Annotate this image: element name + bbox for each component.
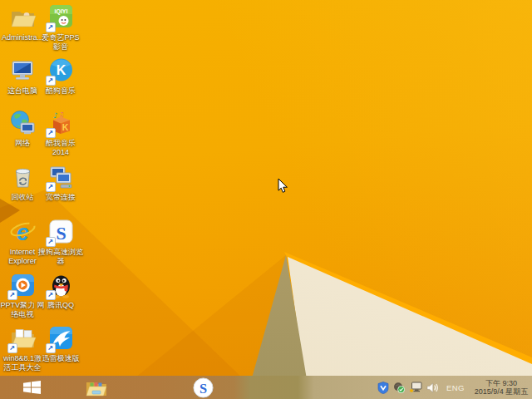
icon-label: 宽带连接 (46, 193, 76, 202)
icon-label: 搜狗高速浏览器 (38, 248, 83, 265)
icon-label: 爱奇艺PPS 影音 (38, 33, 83, 51)
language-indicator[interactable]: ENG (446, 383, 465, 392)
recycle-bin-icon (9, 164, 37, 191)
icon-label: 腾讯QQ (47, 301, 74, 310)
desktop-icon-tencent-qq[interactable]: ↗ 腾讯QQ (38, 272, 83, 310)
internet-explorer-icon: e (9, 219, 37, 246)
security-shield-icon[interactable] (377, 382, 389, 394)
icon-label: 网络 (15, 139, 30, 148)
shortcut-arrow-icon: ↗ (46, 290, 56, 300)
desktop-icon-broadband-connection[interactable]: ↗ 宽带连接 (38, 164, 83, 202)
desktop-icon-kugou-music[interactable]: K ↗ 酷狗音乐 (38, 57, 83, 96)
desktop-icon-iqiyi-pps[interactable]: iQIYI ↗ 爱奇艺PPS 影音 (38, 4, 83, 51)
shortcut-arrow-icon: ↗ (7, 290, 17, 300)
shortcut-arrow-icon: ↗ (46, 182, 56, 192)
svg-text:S: S (199, 380, 206, 396)
network-globe-icon (9, 110, 37, 137)
system-tray: ENG 下午 9:30 2015/9/4 星期五 (377, 376, 530, 399)
clock-date: 2015/9/4 星期五 (473, 387, 530, 397)
taskbar-clock[interactable]: 下午 9:30 2015/9/4 星期五 (473, 379, 530, 397)
thunder-bird-icon: ↗ (47, 325, 75, 352)
sogou-browser-icon: S ↗ (47, 219, 75, 246)
antivirus-ok-icon[interactable] (393, 382, 405, 393)
computer-icon (9, 57, 37, 85)
icon-label: 酷狗音乐 (46, 86, 76, 96)
svg-text:K: K (62, 122, 68, 132)
svg-text:S: S (56, 223, 66, 244)
shortcut-arrow-icon: ↗ (46, 237, 56, 247)
shortcut-arrow-icon: ↗ (46, 22, 56, 32)
clock-time: 下午 9:30 (473, 379, 530, 388)
svg-text:K: K (56, 63, 66, 77)
network-status-icon[interactable] (409, 382, 422, 393)
icon-label: 酷我音乐 2014 (38, 139, 83, 156)
shortcut-arrow-icon: ↗ (7, 343, 17, 353)
mouse-cursor (278, 178, 288, 197)
shortcut-arrow-icon: ↗ (46, 128, 56, 138)
file-explorer-icon (86, 379, 107, 397)
pptv-icon: ↗ (9, 272, 37, 299)
windows-desktop: Administra... 这台电脑 网络 (0, 0, 532, 399)
folder-icon: ↗ (9, 325, 37, 352)
desktop-icon-thunder[interactable]: ↗ 迅雷极速版 (38, 325, 83, 363)
taskbar-file-explorer-button[interactable] (83, 376, 110, 399)
svg-text:iQIYI: iQIYI (54, 8, 67, 15)
svg-text:♫: ♫ (59, 111, 64, 118)
broadband-icon: ↗ (47, 164, 75, 191)
icon-label: 迅雷极速版 (42, 354, 80, 363)
sogou-browser-icon: S (193, 377, 214, 398)
start-button[interactable] (18, 376, 45, 399)
kuwo-music-icon: ♪ ♫ K ↗ (47, 110, 75, 137)
desktop-icon-sogou-browser[interactable]: S ↗ 搜狗高速浏览器 (38, 219, 83, 265)
taskbar-sogou-browser-button[interactable]: S (190, 376, 216, 399)
user-folder-icon (9, 4, 37, 32)
kugou-music-icon: K ↗ (47, 57, 75, 85)
shortcut-arrow-icon: ↗ (46, 343, 56, 353)
qq-penguin-icon: ↗ (47, 272, 75, 299)
shortcut-arrow-icon: ↗ (46, 76, 56, 86)
icon-label: Administra... (2, 33, 43, 42)
icon-label: 这台电脑 (7, 86, 37, 96)
windows-logo-icon (23, 381, 41, 394)
iqiyi-pps-icon: iQIYI ↗ (47, 4, 75, 32)
icon-label: 回收站 (12, 193, 34, 202)
desktop-icon-kuwo-music[interactable]: ♪ ♫ K ↗ 酷我音乐 2014 (38, 110, 83, 156)
taskbar: S (0, 376, 532, 399)
volume-icon[interactable] (426, 382, 439, 393)
